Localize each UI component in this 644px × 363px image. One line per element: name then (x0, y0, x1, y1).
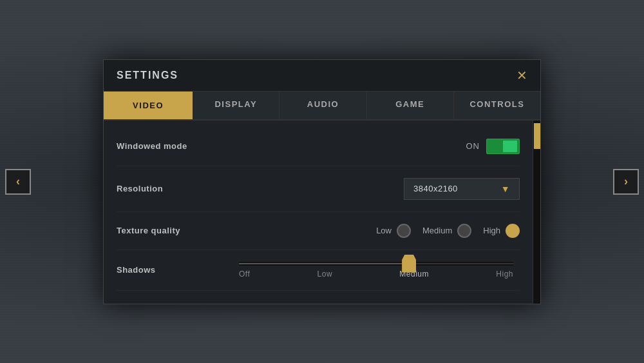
tab-video[interactable]: VIDEO (104, 92, 193, 119)
toggle-on-label: ON (466, 141, 480, 151)
shadows-label: Shadows (117, 265, 232, 275)
texture-high-option[interactable]: High (483, 224, 520, 238)
shadows-off-label: Off (239, 270, 250, 279)
resolution-label: Resolution (117, 184, 232, 193)
texture-low-option[interactable]: Low (376, 224, 411, 238)
texture-low-label: Low (376, 226, 392, 235)
scrollbar-thumb[interactable] (534, 123, 540, 149)
texture-high-label: High (483, 226, 500, 235)
shadows-row: Shadows Off Low Medium High (117, 250, 520, 291)
texture-quality-radio-group: Low Medium High (376, 224, 520, 238)
windowed-mode-toggle[interactable] (486, 139, 520, 154)
shadows-slider-fill (239, 263, 409, 264)
resolution-dropdown[interactable]: 3840x2160 ▼ (404, 178, 520, 200)
settings-modal: SETTINGS ✕ VIDEO DISPLAY AUDIO GAME CONT… (103, 59, 541, 304)
texture-medium-option[interactable]: Medium (422, 224, 471, 238)
texture-medium-label: Medium (422, 226, 452, 235)
dropdown-arrow-icon: ▼ (501, 184, 510, 194)
nav-next-button[interactable]: › (613, 169, 639, 195)
shadows-high-label: High (496, 270, 513, 279)
chevron-left-icon: ‹ (16, 175, 20, 188)
shadows-slider-labels: Off Low Medium High (232, 270, 520, 279)
chevron-right-icon: › (624, 175, 628, 188)
texture-quality-row: Texture quality Low Medium High (117, 212, 520, 250)
shadows-slider-track[interactable] (239, 262, 513, 266)
scrollbar-track (533, 121, 540, 304)
texture-medium-radio[interactable] (457, 224, 471, 238)
toggle-container: ON (466, 139, 520, 154)
tab-game[interactable]: GAME (367, 92, 454, 119)
texture-low-radio[interactable] (397, 224, 411, 238)
tab-controls[interactable]: CONTROLS (454, 92, 540, 119)
resolution-value: 3840x2160 (413, 184, 458, 193)
shadows-slider-thumb[interactable] (402, 255, 416, 273)
tab-audio[interactable]: AUDIO (279, 92, 366, 119)
windowed-mode-row: Windowed mode ON (117, 127, 520, 166)
texture-high-radio[interactable] (506, 224, 520, 238)
nav-previous-button[interactable]: ‹ (5, 169, 31, 195)
close-button[interactable]: ✕ (516, 69, 527, 82)
settings-content: Windowed mode ON Resolution 3840x2160 ▼ (104, 121, 533, 304)
modal-title: SETTINGS (117, 70, 178, 81)
resolution-row: Resolution 3840x2160 ▼ (117, 166, 520, 212)
modal-body: Windowed mode ON Resolution 3840x2160 ▼ (104, 121, 540, 304)
windowed-mode-label: Windowed mode (117, 141, 232, 151)
modal-header: SETTINGS ✕ (104, 60, 540, 92)
windowed-mode-control: ON (232, 139, 520, 154)
tab-display[interactable]: DISPLAY (193, 92, 279, 119)
shadows-low-label: Low (317, 270, 333, 279)
texture-quality-control: Low Medium High (232, 224, 520, 238)
texture-quality-label: Texture quality (117, 226, 232, 235)
resolution-control: 3840x2160 ▼ (232, 178, 520, 200)
settings-tabs: VIDEO DISPLAY AUDIO GAME CONTROLS (104, 92, 540, 121)
shadows-control: Off Low Medium High (232, 262, 520, 279)
shadows-slider-container: Off Low Medium High (232, 262, 520, 279)
